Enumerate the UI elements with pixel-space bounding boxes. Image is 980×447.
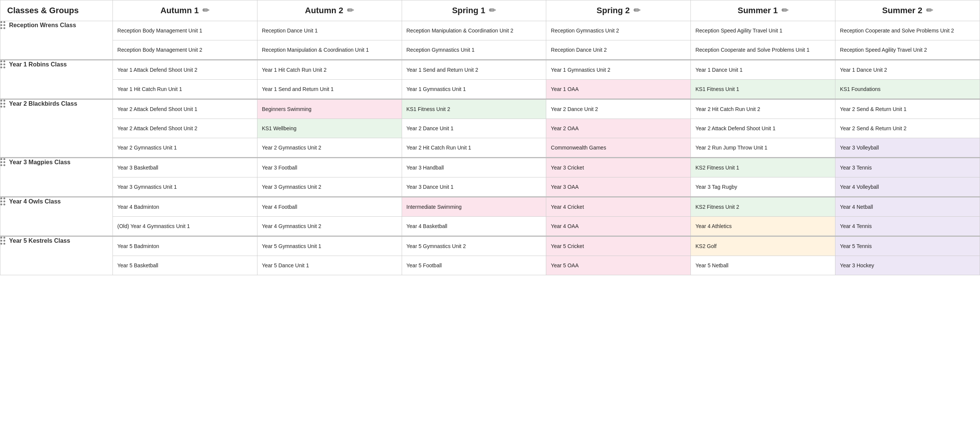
activity-cell-spring1: Year 4 Basketball	[402, 217, 546, 236]
activity-cell-spring2: Year 5 OAA	[546, 256, 691, 275]
activity-cell-autumn2: Year 1 Hit Catch Run Unit 2	[257, 60, 402, 80]
spring1-label: Spring 1	[452, 6, 485, 16]
activity-cell-summer2: KS1 Foundations	[835, 80, 980, 99]
class-menu-icon[interactable]	[0, 237, 5, 245]
table-row: Year 3 Gymnastics Unit 1Year 3 Gymnastic…	[0, 177, 980, 197]
activity-item: Year 5 OAA	[546, 256, 690, 275]
activity-item: Reception Body Management Unit 1	[113, 21, 257, 40]
activity-cell-summer1: Year 2 Run Jump Throw Unit 1	[691, 138, 835, 158]
activity-item: Reception Speed Agility Travel Unit 1	[691, 21, 835, 40]
table-row: Year 5 BasketballYear 5 Dance Unit 1Year…	[0, 256, 980, 275]
activity-item: Year 5 Netball	[691, 256, 835, 275]
table-row: Year 2 Attack Defend Shoot Unit 2KS1 Wel…	[0, 119, 980, 138]
activity-item: Year 5 Cricket	[546, 237, 690, 256]
activity-cell-autumn2: Year 5 Dance Unit 1	[257, 256, 402, 275]
activity-cell-summer1: KS2 Fitness Unit 1	[691, 158, 835, 177]
activity-item: Year 2 Gymnastics Unit 1	[113, 138, 257, 157]
spring2-edit-icon[interactable]: ✏	[633, 6, 640, 16]
class-menu-icon[interactable]	[0, 197, 5, 205]
class-name-4: Year 4 Owls Class	[9, 198, 61, 205]
activity-item: Year 4 Badminton	[113, 197, 257, 216]
activity-item: KS1 Fitness Unit 1	[691, 80, 835, 99]
activity-item: Year 5 Football	[402, 256, 546, 275]
activity-item: Year 5 Basketball	[113, 256, 257, 275]
activity-item: Year 4 OAA	[546, 217, 690, 235]
summer2-edit-icon[interactable]: ✏	[926, 6, 933, 16]
activity-cell-summer2: Year 5 Tennis	[835, 236, 980, 256]
activity-cell-summer1: Year 5 Netball	[691, 256, 835, 275]
activity-cell-spring2: Year 1 Gymnastics Unit 2	[546, 60, 691, 80]
activity-item: Year 2 Send & Return Unit 1	[835, 100, 980, 119]
activity-item: Year 4 Basketball	[402, 217, 546, 235]
activity-cell-spring1: Year 1 Gymnastics Unit 1	[402, 80, 546, 99]
activity-item: Year 2 Dance Unit 1	[402, 119, 546, 138]
activity-item: Year 2 Hit Catch Run Unit 2	[691, 100, 835, 119]
activity-cell-autumn1: Year 5 Badminton	[113, 236, 257, 256]
spring1-header: Spring 1 ✏	[402, 0, 546, 21]
activity-cell-summer2: Reception Speed Agility Travel Unit 2	[835, 40, 980, 60]
table-row: Year 4 Owls Class Year 4 BadmintonYear 4…	[0, 197, 980, 217]
activity-item: KS2 Golf	[691, 237, 835, 256]
summer1-edit-icon[interactable]: ✏	[781, 6, 788, 16]
class-name-2: Year 2 Blackbirds Class	[9, 100, 77, 107]
activity-item: Reception Dance Unit 2	[546, 40, 690, 59]
class-menu-icon[interactable]	[0, 60, 5, 68]
autumn2-edit-icon[interactable]: ✏	[347, 6, 354, 16]
activity-cell-autumn2: Year 2 Gymnastics Unit 2	[257, 138, 402, 158]
activity-cell-spring2: Year 3 Cricket	[546, 158, 691, 177]
activity-item: Year 3 Tennis	[835, 158, 980, 177]
activity-item: Year 4 Gymnastics Unit 2	[258, 217, 402, 235]
autumn1-edit-icon[interactable]: ✏	[202, 6, 209, 16]
activity-item: Year 1 Send and Return Unit 2	[402, 60, 546, 79]
activity-cell-autumn1: Reception Body Management Unit 2	[113, 40, 257, 60]
activity-cell-autumn1: Year 1 Attack Defend Shoot Unit 2	[113, 60, 257, 80]
activity-cell-summer1: KS2 Golf	[691, 236, 835, 256]
activity-item: KS1 Fitness Unit 2	[402, 100, 546, 119]
spring2-header: Spring 2 ✏	[546, 0, 691, 21]
activity-item: (Old) Year 4 Gymnastics Unit 1	[113, 217, 257, 235]
activity-cell-summer2: Year 3 Hockey	[835, 256, 980, 275]
activity-cell-autumn2: Year 4 Gymnastics Unit 2	[257, 217, 402, 236]
activity-cell-spring1: Year 3 Handball	[402, 158, 546, 177]
class-menu-icon[interactable]	[0, 100, 5, 108]
class-name-5: Year 5 Kestrels Class	[9, 237, 70, 244]
activity-item: Year 4 Tennis	[835, 217, 980, 235]
activity-item: Year 3 Gymnastics Unit 2	[258, 177, 402, 196]
activity-item: KS1 Foundations	[835, 80, 980, 99]
activity-cell-spring2: Year 4 OAA	[546, 217, 691, 236]
table-row: Reception Wrens Class Reception Body Man…	[0, 21, 980, 40]
spring1-edit-icon[interactable]: ✏	[489, 6, 496, 16]
activity-cell-spring2: Year 2 Dance Unit 2	[546, 99, 691, 119]
activity-cell-summer2: Year 2 Send & Return Unit 2	[835, 119, 980, 138]
class-menu-icon[interactable]	[0, 158, 5, 166]
activity-cell-autumn2: Year 3 Football	[257, 158, 402, 177]
activity-cell-spring1: Year 1 Send and Return Unit 2	[402, 60, 546, 80]
activity-cell-summer1: Reception Speed Agility Travel Unit 1	[691, 21, 835, 40]
class-name-1: Year 1 Robins Class	[9, 61, 67, 68]
class-menu-icon[interactable]	[0, 21, 5, 29]
activity-cell-autumn2: Year 4 Football	[257, 197, 402, 217]
activity-cell-summer1: Reception Cooperate and Solve Problems U…	[691, 40, 835, 60]
activity-item: Year 2 Hit Catch Run Unit 1	[402, 138, 546, 157]
activity-item: Year 1 Dance Unit 1	[691, 60, 835, 79]
activity-cell-spring1: Year 2 Hit Catch Run Unit 1	[402, 138, 546, 158]
activity-item: Reception Body Management Unit 2	[113, 40, 257, 59]
activity-item: Year 1 Gymnastics Unit 1	[402, 80, 546, 99]
activity-cell-spring2: Year 2 OAA	[546, 119, 691, 138]
activity-item: Year 4 Football	[258, 197, 402, 216]
activity-cell-autumn1: Year 3 Gymnastics Unit 1	[113, 177, 257, 197]
activity-item: Reception Gymnastics Unit 2	[546, 21, 690, 40]
activity-cell-autumn2: Reception Manipulation & Coordination Un…	[257, 40, 402, 60]
table-row: Year 3 Magpies Class Year 3 BasketballYe…	[0, 158, 980, 177]
activity-cell-spring2: Reception Dance Unit 2	[546, 40, 691, 60]
activity-cell-summer2: Year 4 Volleyball	[835, 177, 980, 197]
activity-cell-spring1: Intermediate Swimming	[402, 197, 546, 217]
activity-item: Intermediate Swimming	[402, 197, 546, 216]
activity-item: Reception Gymnastics Unit 1	[402, 40, 546, 59]
header-row: Classes & Groups Autumn 1 ✏ Autumn 2 ✏ S	[0, 0, 980, 21]
activity-item: Year 4 Volleyball	[835, 177, 980, 196]
activity-item: Year 1 OAA	[546, 80, 690, 99]
activity-item: KS1 Wellbeing	[258, 119, 402, 138]
activity-cell-summer2: Reception Cooperate and Solve Problems U…	[835, 21, 980, 40]
activity-item: Year 3 Football	[258, 158, 402, 177]
